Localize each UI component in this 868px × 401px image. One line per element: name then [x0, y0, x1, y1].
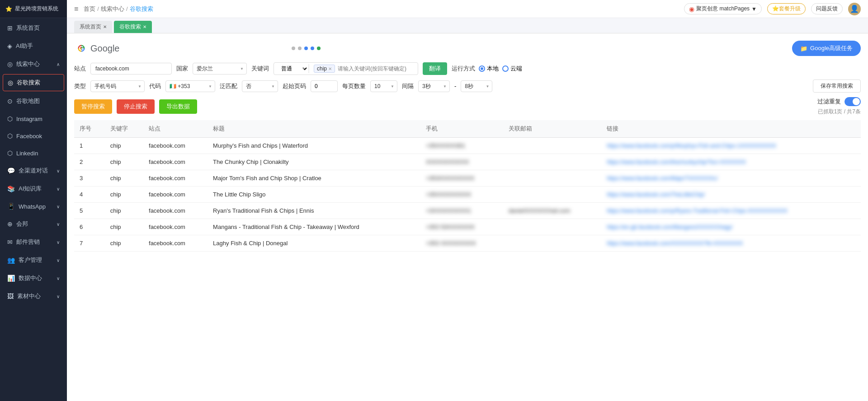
pause-button[interactable]: 暂停搜索 — [74, 99, 112, 114]
start-page-input[interactable] — [311, 80, 338, 92]
code-select-wrapper: 🇮🇪 +353 — [165, 80, 215, 92]
run-mode-label: 运行方式 — [452, 65, 475, 73]
sidebar-item-instagram[interactable]: ⬡ Instagram — [0, 110, 67, 127]
keyword-type-select[interactable]: 普通 — [278, 64, 309, 73]
breadcrumb-home[interactable]: 首页 — [84, 5, 95, 13]
col-phone: 手机 — [420, 120, 503, 138]
col-keyword: 关键字 — [105, 120, 143, 138]
result-link[interactable]: https://www.facebook.com/TheLittleChip/ — [607, 191, 705, 198]
cell-link: https://www.facebook.com/p/Murphys-Fish-… — [601, 138, 861, 154]
local-radio[interactable] — [479, 65, 485, 72]
cell-email — [503, 138, 601, 154]
chip-text: chip — [317, 65, 327, 72]
knowledge-icon: 📚 — [7, 185, 15, 192]
stop-label: 停止搜索 — [124, 103, 147, 110]
cell-id: 1 — [74, 138, 105, 154]
type-select[interactable]: 手机号码 — [90, 80, 145, 92]
result-link[interactable]: https://www.facebook.com/MajorTXXXXXXXc/ — [607, 175, 717, 182]
interval2-select[interactable]: 8秒 — [461, 80, 492, 92]
run-mode-cloud[interactable]: 云端 — [502, 65, 522, 73]
avatar[interactable]: 👤 — [848, 3, 861, 15]
keyword-area: 普通 chip ✕ — [274, 62, 418, 75]
sidebar-item-linkedin[interactable]: ⬡ Linkedin — [0, 145, 67, 162]
sidebar-item-whatsapp[interactable]: 📱 WhatsApp ∨ — [0, 198, 67, 215]
sidebar-item-google-search[interactable]: ◎ 谷歌搜索 — [3, 74, 64, 91]
sidebar-item-home[interactable]: ⊞ 系统首页 — [0, 19, 67, 37]
tab-close[interactable]: ✕ — [103, 24, 107, 29]
result-link[interactable]: https://www.facebook.com/p/Ryans-Traditi… — [607, 208, 788, 214]
country-select[interactable]: 爱尔兰 — [193, 63, 247, 75]
expand-arrow: ∨ — [57, 294, 60, 299]
result-link[interactable]: https://www.facebook.com/p/Murphys-Fish-… — [607, 143, 776, 149]
cell-site: facebook.com — [143, 219, 208, 235]
sidebar-item-label: 全渠道对话 — [19, 167, 48, 175]
avatar-icon: 👤 — [850, 5, 859, 13]
sidebar-item-customer-mgmt[interactable]: 👥 客户管理 ∨ — [0, 251, 67, 269]
results-table: 序号 关键字 站点 标题 手机 关联邮箱 链接 1 chip facebook.… — [74, 120, 861, 252]
table-header-row: 序号 关键字 站点 标题 手机 关联邮箱 链接 — [74, 120, 861, 138]
keyword-input[interactable] — [338, 65, 414, 72]
per-page-select-wrapper: 10 — [370, 80, 397, 92]
run-mode-local[interactable]: 本地 — [479, 65, 499, 73]
expand-arrow: ∨ — [57, 240, 60, 245]
cell-phone: +353 XXXXXXXXX — [420, 235, 503, 252]
cell-id: 7 — [74, 235, 105, 252]
menu-icon[interactable]: ≡ — [74, 5, 78, 13]
sidebar-item-label: 素材中心 — [17, 292, 41, 300]
site-input[interactable] — [90, 63, 172, 75]
interval1-select[interactable]: 3秒 — [418, 80, 450, 92]
cell-link: https://www.facebook.com/thechunkychip/?… — [601, 154, 861, 170]
sidebar-item-materials[interactable]: 🖼 素材中心 ∨ — [0, 287, 67, 305]
breadcrumb-leads[interactable]: 线索中心 — [101, 5, 124, 13]
sidebar-item-all-channel[interactable]: 💬 全渠道对话 ∨ — [0, 162, 67, 180]
per-page-select[interactable]: 10 — [370, 80, 397, 92]
sidebar-item-leads[interactable]: ◎ 线索中心 ∧ — [0, 55, 67, 73]
expand-arrow: ∨ — [57, 187, 60, 191]
cell-title: The Chunky Chip | Clonakilty — [208, 154, 420, 170]
ai-icon: ◈ — [7, 42, 12, 50]
result-link[interactable]: https://en-gb.facebook.com/MangansXXXXXX… — [607, 224, 732, 230]
sidebar-item-label: AI助手 — [16, 42, 33, 50]
expand-arrow: ∨ — [57, 258, 60, 263]
sidebar-item-ai-knowledge[interactable]: 📚 AI知识库 ∨ — [0, 180, 67, 198]
tab-system-home[interactable]: 系统首页 ✕ — [74, 21, 112, 33]
per-page-label: 每页数量 — [342, 82, 366, 90]
tab-google-search[interactable]: 谷歌搜索 ✕ — [114, 21, 152, 33]
export-button[interactable]: 导出数据 — [159, 99, 197, 114]
local-label: 本地 — [487, 65, 499, 73]
sidebar-item-google-maps[interactable]: ⊙ 谷歌地图 — [0, 92, 67, 110]
cell-keyword: chip — [105, 187, 143, 203]
type-select-wrapper: 手机号码 — [90, 80, 145, 92]
instagram-icon: ⬡ — [7, 115, 13, 122]
match-pages-button[interactable]: ◉ 聚页创意 matchPages ▼ — [684, 3, 762, 14]
cloud-radio[interactable] — [502, 65, 509, 72]
cell-phone: +353XXXXXXXXX — [420, 170, 503, 187]
maps-icon: ⊙ — [7, 98, 13, 105]
translate-button[interactable]: 翻译 — [423, 62, 447, 75]
sidebar-item-label: 客户管理 — [19, 256, 42, 264]
result-link[interactable]: https://www.facebook.com/thechunkychip/?… — [607, 159, 746, 165]
col-site: 站点 — [143, 120, 208, 138]
advanced-task-button[interactable]: 📁 Google高级任务 — [792, 41, 861, 56]
filter-toggle-switch[interactable] — [844, 97, 861, 106]
action-row: 暂停搜索 停止搜索 导出数据 过滤重复 已抓取1页 / 共7条 — [74, 97, 861, 116]
cell-title: The Little Chip Sligo — [208, 187, 420, 203]
cell-keyword: chip — [105, 219, 143, 235]
tab-close[interactable]: ✕ — [143, 24, 146, 29]
sidebar-item-email-marketing[interactable]: ✉ 邮件营销 ∨ — [0, 233, 67, 251]
result-link[interactable]: https://www.facebook.com/XXXXXXXXX?lk=XX… — [607, 240, 743, 247]
sidebar-item-huibang[interactable]: ⊕ 会邦 ∨ — [0, 215, 67, 233]
sidebar-item-data-center[interactable]: 📊 数据中心 ∨ — [0, 269, 67, 287]
upgrade-button[interactable]: ⭐套餐升级 — [767, 3, 806, 14]
dot-4 — [311, 47, 314, 50]
cell-keyword: chip — [105, 170, 143, 187]
sidebar-item-facebook[interactable]: ⬡ Facebook — [0, 127, 67, 145]
feedback-button[interactable]: 问题反馈 — [811, 3, 843, 14]
save-search-button[interactable]: 保存常用搜索 — [813, 79, 861, 93]
sidebar-item-ai[interactable]: ◈ AI助手 — [0, 37, 67, 55]
code-select[interactable]: 🇮🇪 +353 — [165, 80, 215, 92]
stop-button[interactable]: 停止搜索 — [117, 99, 155, 114]
expand-arrow: ∨ — [57, 204, 60, 209]
chip-remove[interactable]: ✕ — [328, 66, 332, 71]
fuzzy-select[interactable]: 否 是 — [242, 80, 278, 92]
